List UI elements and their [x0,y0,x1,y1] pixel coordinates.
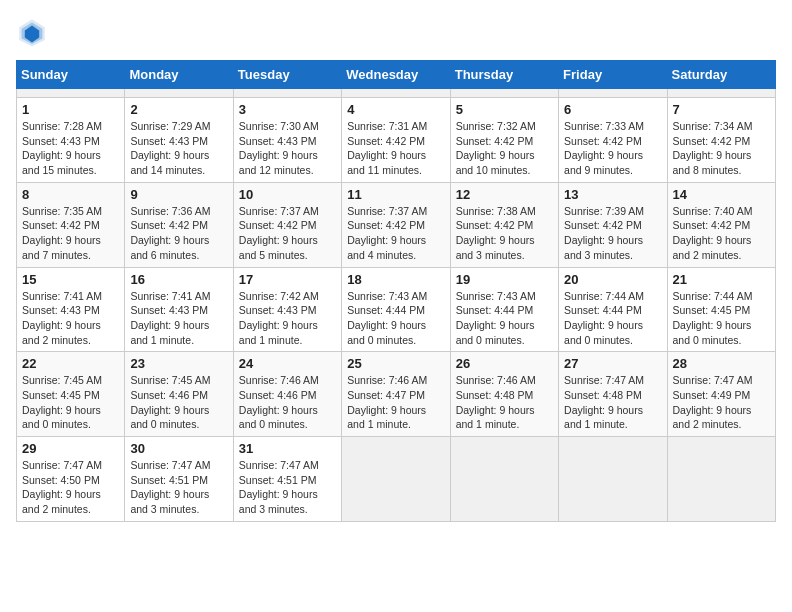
calendar-cell: 5 Sunrise: 7:32 AM Sunset: 4:42 PM Dayli… [450,98,558,183]
sunset-label: Sunset: 4:42 PM [22,219,100,231]
sunrise-label: Sunrise: 7:47 AM [130,459,210,471]
calendar-cell: 21 Sunrise: 7:44 AM Sunset: 4:45 PM Dayl… [667,267,775,352]
calendar-cell [667,89,775,98]
day-info: Sunrise: 7:44 AM Sunset: 4:45 PM Dayligh… [673,289,770,348]
daylight-label: Daylight: 9 hours and 5 minutes. [239,234,318,261]
calendar-week-row: 15 Sunrise: 7:41 AM Sunset: 4:43 PM Dayl… [17,267,776,352]
calendar-cell: 16 Sunrise: 7:41 AM Sunset: 4:43 PM Dayl… [125,267,233,352]
day-number: 12 [456,187,553,202]
day-info: Sunrise: 7:32 AM Sunset: 4:42 PM Dayligh… [456,119,553,178]
sunset-label: Sunset: 4:44 PM [347,304,425,316]
calendar-cell [17,89,125,98]
day-info: Sunrise: 7:46 AM Sunset: 4:47 PM Dayligh… [347,373,444,432]
daylight-label: Daylight: 9 hours and 2 minutes. [673,404,752,431]
day-info: Sunrise: 7:47 AM Sunset: 4:48 PM Dayligh… [564,373,661,432]
logo-icon [16,16,48,48]
day-info: Sunrise: 7:47 AM Sunset: 4:51 PM Dayligh… [239,458,336,517]
day-info: Sunrise: 7:28 AM Sunset: 4:43 PM Dayligh… [22,119,119,178]
day-info: Sunrise: 7:47 AM Sunset: 4:51 PM Dayligh… [130,458,227,517]
calendar-cell: 15 Sunrise: 7:41 AM Sunset: 4:43 PM Dayl… [17,267,125,352]
daylight-label: Daylight: 9 hours and 3 minutes. [239,488,318,515]
column-header-tuesday: Tuesday [233,61,341,89]
day-number: 3 [239,102,336,117]
calendar-cell: 19 Sunrise: 7:43 AM Sunset: 4:44 PM Dayl… [450,267,558,352]
sunset-label: Sunset: 4:51 PM [239,474,317,486]
day-info: Sunrise: 7:37 AM Sunset: 4:42 PM Dayligh… [347,204,444,263]
day-info: Sunrise: 7:29 AM Sunset: 4:43 PM Dayligh… [130,119,227,178]
calendar-cell [342,437,450,522]
sunrise-label: Sunrise: 7:47 AM [239,459,319,471]
daylight-label: Daylight: 9 hours and 1 minute. [347,404,426,431]
calendar-cell: 20 Sunrise: 7:44 AM Sunset: 4:44 PM Dayl… [559,267,667,352]
day-info: Sunrise: 7:46 AM Sunset: 4:46 PM Dayligh… [239,373,336,432]
day-number: 23 [130,356,227,371]
daylight-label: Daylight: 9 hours and 0 minutes. [130,404,209,431]
sunrise-label: Sunrise: 7:37 AM [239,205,319,217]
day-info: Sunrise: 7:44 AM Sunset: 4:44 PM Dayligh… [564,289,661,348]
calendar-cell: 31 Sunrise: 7:47 AM Sunset: 4:51 PM Dayl… [233,437,341,522]
day-info: Sunrise: 7:30 AM Sunset: 4:43 PM Dayligh… [239,119,336,178]
sunrise-label: Sunrise: 7:33 AM [564,120,644,132]
day-info: Sunrise: 7:35 AM Sunset: 4:42 PM Dayligh… [22,204,119,263]
sunrise-label: Sunrise: 7:36 AM [130,205,210,217]
calendar-cell: 11 Sunrise: 7:37 AM Sunset: 4:42 PM Dayl… [342,182,450,267]
day-number: 7 [673,102,770,117]
column-header-monday: Monday [125,61,233,89]
calendar-cell [450,437,558,522]
day-info: Sunrise: 7:45 AM Sunset: 4:46 PM Dayligh… [130,373,227,432]
sunset-label: Sunset: 4:51 PM [130,474,208,486]
sunset-label: Sunset: 4:42 PM [673,219,751,231]
column-header-wednesday: Wednesday [342,61,450,89]
sunset-label: Sunset: 4:48 PM [564,389,642,401]
daylight-label: Daylight: 9 hours and 15 minutes. [22,149,101,176]
sunrise-label: Sunrise: 7:44 AM [673,290,753,302]
daylight-label: Daylight: 9 hours and 9 minutes. [564,149,643,176]
calendar-cell: 28 Sunrise: 7:47 AM Sunset: 4:49 PM Dayl… [667,352,775,437]
day-info: Sunrise: 7:38 AM Sunset: 4:42 PM Dayligh… [456,204,553,263]
sunrise-label: Sunrise: 7:45 AM [130,374,210,386]
sunrise-label: Sunrise: 7:42 AM [239,290,319,302]
sunset-label: Sunset: 4:47 PM [347,389,425,401]
day-number: 20 [564,272,661,287]
sunrise-label: Sunrise: 7:39 AM [564,205,644,217]
day-number: 13 [564,187,661,202]
day-number: 9 [130,187,227,202]
sunrise-label: Sunrise: 7:37 AM [347,205,427,217]
day-number: 26 [456,356,553,371]
sunset-label: Sunset: 4:42 PM [673,135,751,147]
column-header-thursday: Thursday [450,61,558,89]
calendar-cell [125,89,233,98]
daylight-label: Daylight: 9 hours and 3 minutes. [456,234,535,261]
calendar-cell: 18 Sunrise: 7:43 AM Sunset: 4:44 PM Dayl… [342,267,450,352]
day-info: Sunrise: 7:47 AM Sunset: 4:50 PM Dayligh… [22,458,119,517]
day-number: 28 [673,356,770,371]
calendar-cell [667,437,775,522]
calendar-cell: 17 Sunrise: 7:42 AM Sunset: 4:43 PM Dayl… [233,267,341,352]
calendar-table: SundayMondayTuesdayWednesdayThursdayFrid… [16,60,776,522]
day-info: Sunrise: 7:39 AM Sunset: 4:42 PM Dayligh… [564,204,661,263]
calendar-cell: 10 Sunrise: 7:37 AM Sunset: 4:42 PM Dayl… [233,182,341,267]
daylight-label: Daylight: 9 hours and 10 minutes. [456,149,535,176]
sunrise-label: Sunrise: 7:47 AM [673,374,753,386]
day-info: Sunrise: 7:43 AM Sunset: 4:44 PM Dayligh… [347,289,444,348]
sunrise-label: Sunrise: 7:43 AM [456,290,536,302]
calendar-week-row: 29 Sunrise: 7:47 AM Sunset: 4:50 PM Dayl… [17,437,776,522]
day-info: Sunrise: 7:45 AM Sunset: 4:45 PM Dayligh… [22,373,119,432]
daylight-label: Daylight: 9 hours and 0 minutes. [564,319,643,346]
calendar-cell: 4 Sunrise: 7:31 AM Sunset: 4:42 PM Dayli… [342,98,450,183]
day-info: Sunrise: 7:47 AM Sunset: 4:49 PM Dayligh… [673,373,770,432]
daylight-label: Daylight: 9 hours and 1 minute. [130,319,209,346]
daylight-label: Daylight: 9 hours and 3 minutes. [564,234,643,261]
daylight-label: Daylight: 9 hours and 7 minutes. [22,234,101,261]
calendar-cell: 8 Sunrise: 7:35 AM Sunset: 4:42 PM Dayli… [17,182,125,267]
day-number: 15 [22,272,119,287]
day-number: 29 [22,441,119,456]
sunset-label: Sunset: 4:43 PM [22,304,100,316]
calendar-header-row: SundayMondayTuesdayWednesdayThursdayFrid… [17,61,776,89]
calendar-cell [233,89,341,98]
day-info: Sunrise: 7:31 AM Sunset: 4:42 PM Dayligh… [347,119,444,178]
sunset-label: Sunset: 4:42 PM [564,219,642,231]
day-number: 1 [22,102,119,117]
sunset-label: Sunset: 4:43 PM [239,135,317,147]
daylight-label: Daylight: 9 hours and 0 minutes. [239,404,318,431]
